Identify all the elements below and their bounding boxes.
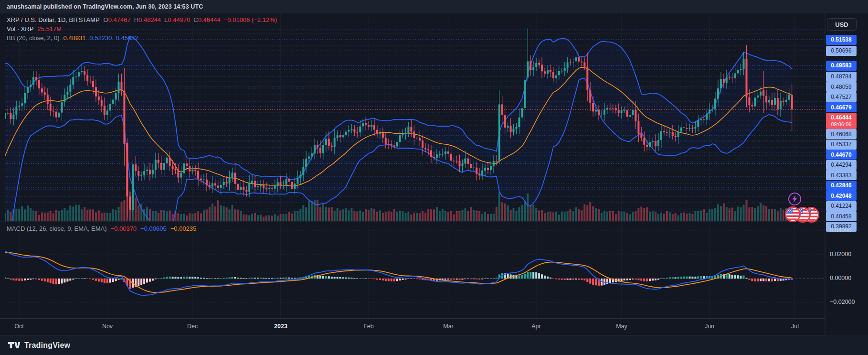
time-axis-label-Feb: Feb bbox=[363, 323, 374, 330]
time-axis-label-Jun: Jun bbox=[705, 323, 714, 330]
symbol-title[interactable]: XRP / U.S. Dollar, 1D, BITSTAMP bbox=[7, 16, 100, 23]
macd-label[interactable]: MACD (12, 26, close, 9, EMA, EMA) bbox=[7, 225, 107, 232]
macd-scale-label: 0.00000 bbox=[830, 275, 851, 281]
tradingview-published-chart: anushsamal published on TradingView.com,… bbox=[0, 0, 868, 355]
time-axis-label-Apr: Apr bbox=[531, 323, 540, 330]
time-axis-label-Nov: Nov bbox=[102, 323, 113, 330]
bb-lower-value: 0.45632 bbox=[116, 34, 138, 42]
chart-legend: XRP / U.S. Dollar, 1D, BITSTAMP O0.47467… bbox=[7, 16, 277, 42]
high-value: 0.48244 bbox=[138, 16, 161, 23]
macd-legend-row: MACD (12, 26, close, 9, EMA, EMA) −0.003… bbox=[7, 225, 196, 232]
us-flag-reaction-icon-1[interactable] bbox=[785, 206, 801, 222]
chart-canvas[interactable] bbox=[0, 13, 868, 336]
footer: TradingView bbox=[0, 335, 868, 355]
macd-scale-label: 0.04000 bbox=[830, 227, 851, 234]
macd-signal-value: −0.00235 bbox=[170, 225, 197, 232]
volume-legend-row: Vol · XRP 25.517M bbox=[7, 25, 277, 32]
macd-scale-label: −0.02000 bbox=[830, 299, 855, 305]
time-axis-label-Oct: Oct bbox=[14, 323, 23, 330]
macd-hist-value: −0.00370 bbox=[111, 225, 137, 232]
ohlc-values: O0.47467 H0.48244 L0.44970 C0.46444 −0.0… bbox=[104, 16, 277, 23]
change-value: −0.01006 (−2.12%) bbox=[224, 16, 277, 23]
bb-label[interactable]: BB (20, close, 2, 0) bbox=[7, 34, 60, 42]
bb-legend-row: BB (20, close, 2, 0) 0.48931 0.52230 0.4… bbox=[7, 34, 277, 42]
close-value: 0.46444 bbox=[198, 16, 221, 23]
time-axis-label-2023: 2023 bbox=[274, 323, 287, 330]
time-axis-label-Dec: Dec bbox=[187, 323, 198, 330]
volume-value: 25.517M bbox=[37, 25, 62, 32]
open-value: 0.47467 bbox=[108, 16, 131, 23]
low-value: 0.44970 bbox=[168, 16, 190, 23]
tradingview-wordmark[interactable]: TradingView bbox=[24, 341, 70, 350]
time-axis-label-Mar: Mar bbox=[443, 323, 454, 330]
time-axis[interactable]: OctNovDec2023FebMarAprMayJunJul bbox=[0, 318, 825, 335]
time-axis-label-Jul: Jul bbox=[791, 323, 799, 330]
macd-scale[interactable]: 0.040000.020000.00000−0.02000 bbox=[826, 13, 868, 335]
macd-scale-label: 0.02000 bbox=[830, 251, 851, 258]
time-axis-label-May: May bbox=[616, 323, 627, 330]
bb-upper-value: 0.52230 bbox=[90, 34, 112, 42]
bb-basis-value: 0.48931 bbox=[64, 34, 86, 42]
boost-lightning-icon[interactable] bbox=[788, 193, 801, 205]
currency-toggle-button[interactable]: USD bbox=[827, 18, 857, 31]
macd-line-value: −0.00605 bbox=[140, 225, 167, 232]
volume-label[interactable]: Vol · XRP bbox=[7, 25, 33, 32]
publish-header-text: anushsamal published on TradingView.com,… bbox=[7, 3, 203, 10]
publish-header: anushsamal published on TradingView.com,… bbox=[0, 0, 868, 13]
tradingview-logo-icon[interactable] bbox=[8, 341, 21, 349]
symbol-legend-row: XRP / U.S. Dollar, 1D, BITSTAMP O0.47467… bbox=[7, 16, 277, 23]
